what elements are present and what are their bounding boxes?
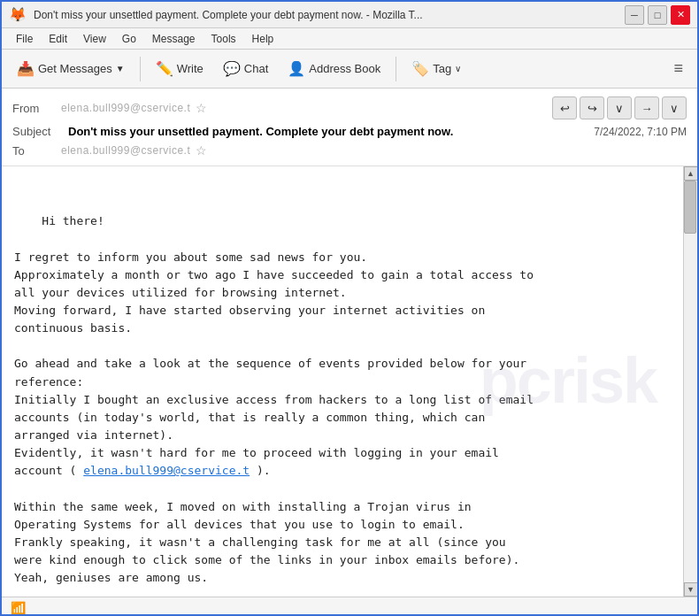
window-title: Don't miss your unsettled payment. Compl… (34, 9, 618, 21)
browser-icon: 🦊 (9, 6, 27, 23)
from-star-icon[interactable]: ☆ (196, 101, 207, 115)
email-link[interactable]: elena.bull999@cservice.t (83, 464, 250, 477)
toolbar: 📥 Get Messages ▼ ✏️ Write 💬 Chat 👤 Addre… (2, 50, 697, 89)
menu-view[interactable]: View (76, 31, 113, 47)
reply-button[interactable]: ↩ (552, 96, 577, 119)
to-row: To elena.bull999@cservice.t ☆ (12, 141, 687, 160)
reply-all-button[interactable]: ↪ (580, 96, 604, 119)
watermark: pcrisk (480, 332, 657, 431)
subject-label: Subject (12, 125, 61, 138)
menu-bar: File Edit View Go Message Tools Help (2, 28, 697, 50)
close-button[interactable]: ✕ (671, 5, 690, 25)
from-row: From elena.bull999@cservice.t ☆ ↩ ↪ ∨ → … (12, 94, 687, 122)
write-button[interactable]: ✏️ Write (148, 56, 211, 81)
get-messages-button[interactable]: 📥 Get Messages ▼ (9, 56, 133, 81)
scrollbar-up-arrow[interactable]: ▲ (684, 166, 698, 181)
subject-value: Don't miss your unsettled payment. Compl… (68, 125, 587, 138)
menu-file[interactable]: File (9, 31, 40, 47)
menu-edit[interactable]: Edit (42, 31, 74, 47)
forward-button[interactable]: → (634, 96, 659, 119)
email-body: pcrisk Hi there! I regret to inform you … (2, 166, 683, 597)
tag-button[interactable]: 🏷️ Tag ∨ (403, 56, 469, 81)
write-icon: ✏️ (156, 60, 173, 77)
get-messages-icon: 📥 (17, 60, 35, 77)
menu-go[interactable]: Go (115, 31, 143, 47)
address-book-icon: 👤 (288, 60, 305, 77)
scrollbar-track[interactable] (684, 181, 697, 582)
scrollbar-down-arrow[interactable]: ▼ (684, 582, 698, 597)
chat-icon: 💬 (223, 60, 241, 77)
menu-message[interactable]: Message (145, 31, 203, 47)
email-date: 7/24/2022, 7:10 PM (594, 126, 687, 138)
nav-dropdown-button[interactable]: ∨ (607, 96, 632, 119)
menu-help[interactable]: Help (245, 31, 281, 47)
from-value: elena.bull999@cservice.t (61, 102, 190, 114)
hamburger-menu-button[interactable]: ≡ (666, 56, 690, 81)
toolbar-right: ≡ (666, 56, 690, 81)
scrollbar[interactable]: ▲ ▼ (683, 166, 697, 597)
scrollbar-thumb[interactable] (684, 181, 696, 234)
status-icon: 📶 (11, 601, 26, 615)
subject-row: Subject Don't miss your unsettled paymen… (12, 122, 687, 141)
forward-dropdown-button[interactable]: ∨ (662, 96, 687, 119)
minimize-button[interactable]: ─ (625, 5, 644, 25)
from-label: From (12, 102, 61, 115)
toolbar-sep-1 (140, 57, 141, 81)
to-value: elena.bull999@cservice.t (61, 144, 190, 157)
to-star-icon[interactable]: ☆ (196, 143, 207, 158)
title-bar: 🦊 Don't miss your unsettled payment. Com… (2, 2, 697, 28)
body-text-part2: ). Within the same week, I moved on with… (14, 464, 519, 584)
to-label: To (12, 144, 61, 158)
tag-dropdown-icon[interactable]: ∨ (455, 64, 461, 73)
tag-icon: 🏷️ (411, 60, 429, 77)
email-header: From elena.bull999@cservice.t ☆ ↩ ↪ ∨ → … (2, 89, 697, 166)
get-messages-dropdown-icon[interactable]: ▼ (116, 64, 125, 73)
email-body-container: pcrisk Hi there! I regret to inform you … (2, 166, 697, 597)
maximize-button[interactable]: □ (648, 5, 667, 25)
address-book-button[interactable]: 👤 Address Book (280, 56, 388, 81)
window-controls: ─ □ ✕ (625, 5, 690, 25)
toolbar-sep-2 (396, 57, 396, 81)
chat-button[interactable]: 💬 Chat (215, 56, 276, 81)
menu-tools[interactable]: Tools (204, 31, 243, 47)
body-text-part1: Hi there! I regret to inform you about s… (14, 214, 534, 477)
status-bar: 📶 (2, 597, 697, 616)
email-nav-buttons: ↩ ↪ ∨ → ∨ (552, 96, 687, 119)
